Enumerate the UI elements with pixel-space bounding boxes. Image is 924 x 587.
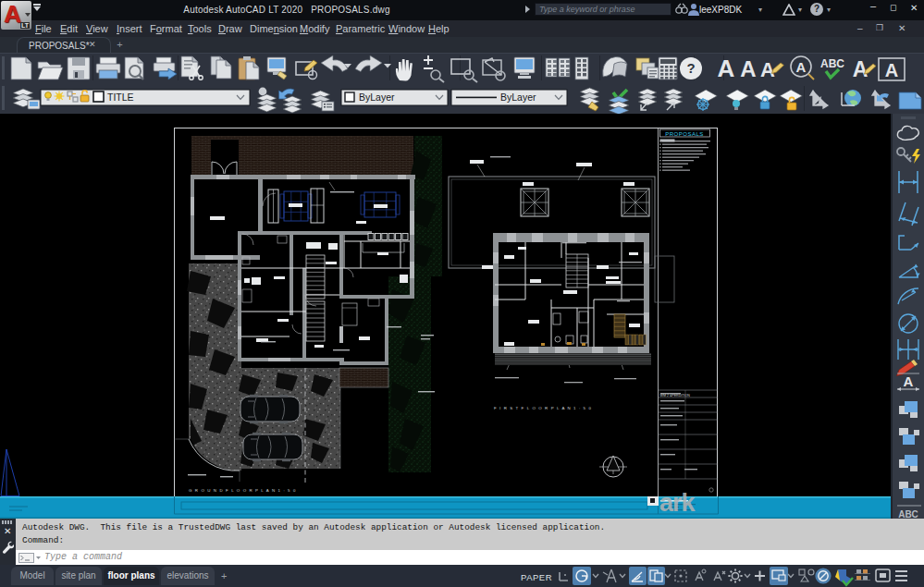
svg-text:A: A	[853, 57, 869, 81]
svg-text:ByLayer: ByLayer	[359, 92, 395, 103]
svg-text:A: A	[718, 55, 735, 82]
svg-text:ABC: ABC	[820, 57, 844, 70]
svg-text:A: A	[796, 59, 807, 75]
svg-text:WM 2 &PERDITION: WM 2 &PERDITION	[660, 394, 691, 397]
svg-text:ByLayer: ByLayer	[500, 92, 536, 103]
svg-text:ABC: ABC	[898, 509, 918, 519]
svg-text:TITLE: TITLE	[107, 92, 134, 103]
svg-text:ark: ark	[659, 489, 696, 517]
svg-text:A: A	[904, 373, 914, 389]
svg-text:?: ?	[686, 60, 695, 76]
svg-text:A: A	[885, 60, 898, 80]
svg-text:A: A	[740, 56, 756, 81]
svg-text:PROPOSALS: PROPOSALS	[665, 131, 704, 137]
svg-text:G R O U N D F L O O R P L A: G R O U N D F L O O R P L A N 1 : 5 0	[189, 488, 296, 493]
svg-text:F I R S T F L O O R P L A N: F I R S T F L O O R P L A N 1 : 5 0	[494, 406, 592, 410]
